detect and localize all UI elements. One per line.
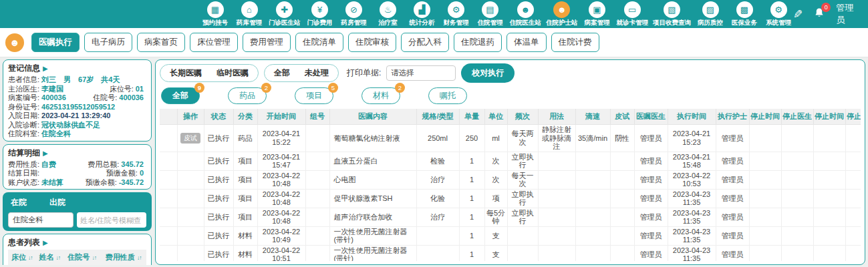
module-tab[interactable]: 病案首页 — [137, 33, 185, 52]
execute-time: 2023-04-21 15:48 — [668, 152, 716, 170]
top-nav-item[interactable]: ⚙ 系统管理 — [764, 1, 793, 27]
top-nav-item[interactable]: ⚙ 财务管理 — [442, 1, 471, 27]
patient-column-header[interactable]: 床位 ↓↑ — [8, 250, 36, 265]
order-doctor: 管理员 — [634, 125, 668, 152]
top-nav-item[interactable]: ⌂ 药库管理 — [235, 1, 264, 27]
order-row[interactable]: 已执行 材料 2023-04-22 10:51 一次性使用无菌注射器(带针) 1… — [160, 245, 861, 261]
order-category: 项目 — [233, 152, 257, 170]
module-tab[interactable]: 床位管理 — [190, 33, 238, 52]
patient-search-input[interactable] — [77, 212, 146, 228]
nurse-station-icon: ☻ — [5, 33, 24, 52]
top-nav-item[interactable]: ▭ 就诊卡管理 — [617, 1, 649, 27]
top-nav-item[interactable]: ▩ 医保业务 — [730, 1, 759, 27]
unit: 每5分钟 — [484, 208, 507, 226]
department-select[interactable]: 住院全科 — [8, 212, 74, 228]
drip-rate — [575, 189, 610, 208]
order-type-radio[interactable]: 长期医嘱 — [170, 67, 202, 79]
module-tab[interactable]: 体温单 — [507, 33, 547, 52]
radio-label: 在院 — [11, 197, 27, 208]
info-value: 345.72 — [121, 160, 144, 170]
info-value: 2023-04-21 13:29:40 — [41, 111, 110, 121]
order-status: 已执行 — [204, 226, 233, 245]
order-type-radio[interactable]: 临时医嘱 — [216, 67, 249, 79]
order-row[interactable]: 已执行 项目 2023-04-22 10:48 促甲状腺激素TSH 化验 1 项… — [160, 189, 861, 208]
orders-column-header: 单量 — [459, 109, 484, 125]
top-nav-item[interactable]: ⊘ 药房管理 — [339, 1, 369, 27]
status-radio[interactable]: 出院 — [49, 197, 65, 208]
column-label: 单量 — [464, 112, 479, 120]
spec-type — [416, 226, 459, 245]
process-state-radio[interactable]: 未处理 — [305, 67, 329, 79]
top-nav-item[interactable]: ✚ 门诊医生站 — [269, 1, 301, 27]
top-nav-item[interactable]: ▟ 统计分析 — [408, 1, 437, 27]
nav-icon-glyph: ¥ — [317, 5, 322, 14]
system-settings-icon: ⚙ — [770, 1, 787, 18]
select-value: 住院全科 — [13, 215, 43, 225]
top-nav-item[interactable]: ☻ 住院医生站 — [510, 1, 542, 27]
info-value: 400036 — [119, 93, 144, 103]
process-state-radio[interactable]: 全部 — [274, 67, 290, 79]
patient-column-header[interactable]: 姓名 ↓↑ — [36, 250, 64, 265]
order-row[interactable]: 已执行 项目 2023-04-22 10:48 超声治疗联合加收 治疗 1 每5… — [160, 208, 861, 226]
module-tab[interactable]: 医嘱执行 — [31, 33, 80, 52]
radio-label: 未处理 — [305, 67, 329, 79]
top-nav-item[interactable]: ¥ 门诊费用 — [305, 1, 335, 27]
stop-time — [749, 125, 781, 152]
module-tab[interactable]: 费用管理 — [243, 33, 291, 52]
frequency: 每天一次 — [507, 170, 538, 189]
print-doc-select[interactable]: 请选择 — [386, 65, 456, 81]
status-radio[interactable]: 在院 — [11, 197, 27, 208]
top-nav-item[interactable]: ▨ 病历质控 — [696, 1, 725, 27]
category-pill[interactable]: 全部 9 — [161, 87, 200, 104]
verify-execute-button[interactable]: 校对执行 — [461, 63, 515, 83]
stop-doctor — [781, 208, 813, 226]
drip-rate: 35滴/min — [575, 125, 610, 152]
module-tab[interactable]: 住院清单 — [295, 33, 343, 52]
spec-type: 检验 — [416, 152, 459, 170]
spec-type: 化验 — [416, 189, 459, 208]
order-row[interactable]: 已执行 项目 2023-04-21 15:47 血液五分蛋白 检验 1 次 立即… — [160, 152, 861, 170]
column-label: 费用性质 — [106, 253, 135, 261]
category-pill[interactable]: 药品 2 — [228, 87, 267, 104]
group-no — [305, 226, 329, 245]
patient-column-header[interactable]: 住院号 ↓↑ — [63, 250, 100, 265]
play-arrow-icon: ▶ — [43, 150, 48, 157]
top-nav-item[interactable]: ▧ 项目收费查询 — [653, 1, 691, 27]
unit: 支 — [484, 245, 507, 261]
top-nav-item[interactable]: ♨ 治疗室 — [374, 1, 403, 27]
module-tab[interactable]: 住院退药 — [454, 33, 502, 52]
order-row[interactable]: 皮试 已执行 药品 2023-04-21 15:22 葡萄糖氯化钠注射液 250… — [160, 125, 861, 152]
module-tab[interactable]: 电子病历 — [84, 33, 132, 52]
process-state-radio-group: 全部 未处理 — [264, 64, 339, 82]
top-nav-item[interactable]: ▦ 预约挂号 — [200, 1, 230, 27]
module-tab[interactable]: 住院计费 — [551, 33, 599, 52]
module-tab[interactable]: 分配入科 — [401, 33, 449, 52]
order-category: 项目 — [233, 189, 257, 208]
module-tab[interactable]: 住院审核 — [348, 33, 396, 52]
column-label: 组号 — [310, 112, 325, 120]
unit: ml — [484, 125, 507, 152]
start-time: 2023-04-22 10:48 — [257, 170, 305, 189]
order-row[interactable]: 已执行 材料 2023-04-22 10:49 一次性使用无菌注射器(带针) 1… — [160, 226, 861, 245]
top-nav-item[interactable]: ▤ 住院管理 — [476, 1, 505, 27]
patient-column-header[interactable]: 费用性质 ↓↑ — [100, 250, 146, 265]
order-row[interactable]: 已执行 项目 2023-04-22 10:48 心电图 治疗 1 次 每天一次 — [160, 170, 861, 189]
category-pill[interactable]: 嘱托 — [428, 87, 467, 104]
info-value: 李建国 — [41, 85, 63, 94]
edit-pencil-icon[interactable]: ✎ — [793, 7, 803, 21]
top-nav-item[interactable]: ▣ 病案管理 — [583, 1, 612, 27]
nav-icon-glyph: ✚ — [281, 5, 288, 14]
category-pill[interactable]: 项目 5 — [295, 87, 333, 104]
top-nav-item[interactable]: ☻ 住院护士站 — [546, 1, 578, 27]
billing-info-row: 账户状态: 未结算 预缴余额:-345.72 — [8, 178, 146, 188]
ward-nurse-icon: ☻ — [553, 1, 570, 18]
column-label: 住院号 — [67, 253, 90, 261]
category-pill[interactable]: 材料 2 — [361, 87, 400, 104]
stop-time — [749, 189, 781, 208]
skin-test-button[interactable]: 皮试 — [180, 133, 200, 144]
nav-item-label: 门诊费用 — [307, 19, 333, 27]
column-label: 频次 — [515, 112, 530, 120]
stop-time-2 — [813, 170, 845, 189]
orders-table-wrap: 操作 状态 分类 开始时间 组号 医嘱内容 规格/类型 — [160, 109, 861, 261]
notification-bell[interactable]: 0 — [813, 7, 825, 22]
